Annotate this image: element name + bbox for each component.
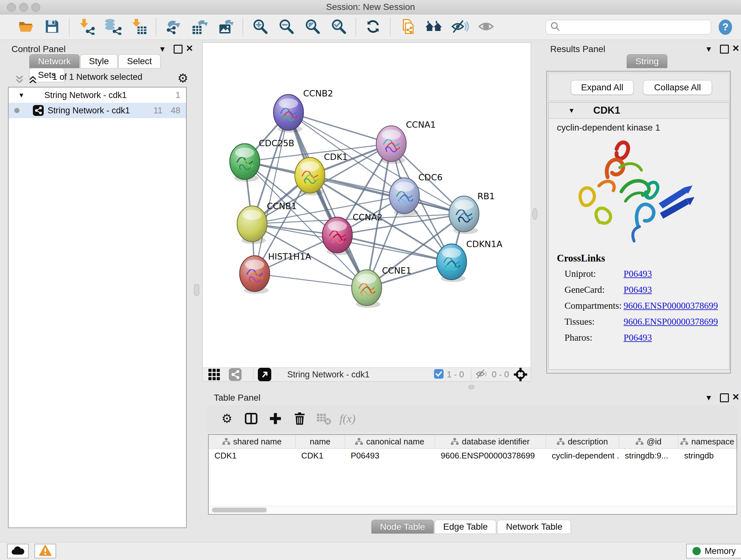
create-column-button[interactable]: [267, 410, 284, 428]
results-panel-menu-caret[interactable]: ▼: [705, 45, 713, 53]
open-session-button[interactable]: [17, 18, 34, 36]
network-node-RB1[interactable]: RB1: [449, 191, 495, 234]
results-panel-float-button[interactable]: [720, 45, 729, 55]
column-header-namespace[interactable]: namespace: [678, 435, 737, 448]
crosslink-label: Uniprot:: [564, 268, 623, 279]
control-panel-menu-caret[interactable]: ▼: [158, 45, 166, 53]
network-graph[interactable]: CCNB2CCNA1CDC25BCDK1CDC6RB1CCNB1CCNA2CDK…: [203, 43, 531, 368]
database-icon: [104, 18, 122, 36]
import-network-from-database-button[interactable]: [105, 18, 121, 36]
column-header-description[interactable]: description: [546, 435, 619, 448]
memory-button[interactable]: Memory: [686, 544, 741, 558]
table-cell[interactable]: stringdb: [678, 449, 737, 462]
show-hidden-button[interactable]: [478, 18, 494, 36]
crosslink-row: Pharos:P06493: [557, 332, 723, 343]
scrollbar-thumb[interactable]: [212, 508, 267, 512]
show-columns-button[interactable]: [243, 410, 260, 428]
network-node-HIST1H1A[interactable]: HIST1H1A: [240, 252, 312, 294]
table-cell[interactable]: cyclin-dependent ...: [546, 449, 619, 462]
crosslink-row: Compartments:9606.ENSP00000378699: [557, 300, 723, 311]
application-window: Session: New Session: [0, 0, 741, 560]
delete-column-button[interactable]: [291, 410, 308, 428]
network-canvas[interactable]: CCNB2CCNA1CDC25BCDK1CDC6RB1CCNB1CCNA2CDK…: [202, 43, 531, 368]
delete-table-button[interactable]: [315, 410, 333, 428]
tab-network-table[interactable]: Network Table: [497, 520, 571, 534]
table-panel-menu-caret[interactable]: ▼: [705, 394, 713, 401]
table-cell[interactable]: 9606.ENSP00000378699: [435, 449, 546, 462]
network-collection-row[interactable]: ▼ String Network - cdk1 1: [9, 87, 186, 103]
zoom-in-button[interactable]: [252, 18, 268, 36]
export-table-button[interactable]: [191, 18, 208, 36]
column-header-name[interactable]: name: [295, 435, 345, 448]
table-options-gear-icon[interactable]: ⚙: [218, 410, 235, 428]
results-panel-close-button[interactable]: ✕: [732, 45, 739, 52]
left-splitter-handle[interactable]: [194, 284, 199, 296]
crosslink-value-link[interactable]: 9606.ENSP00000378699: [623, 300, 718, 311]
tab-edge-table[interactable]: Edge Table: [434, 520, 496, 534]
control-panel-close-button[interactable]: ✕: [186, 45, 193, 52]
cloud-status-button[interactable]: [7, 544, 29, 558]
control-panel-float-button[interactable]: [174, 45, 183, 55]
hide-selected-button[interactable]: [452, 18, 468, 36]
table-panel-close-button[interactable]: ✕: [732, 393, 739, 401]
network-edge[interactable]: [255, 273, 367, 288]
detach-view-button[interactable]: [257, 366, 272, 383]
tab-network[interactable]: Network: [29, 54, 79, 68]
zoom-fit-button[interactable]: [304, 18, 321, 36]
gene-expander-icon[interactable]: ▼: [568, 103, 575, 118]
column-header-database-identifier[interactable]: database identifier: [435, 435, 546, 448]
tab-node-table[interactable]: Node Table: [372, 520, 434, 534]
table-splitter-handle[interactable]: [468, 385, 474, 389]
tab-style[interactable]: Style: [80, 54, 118, 68]
column-header-shared-name[interactable]: shared name: [209, 435, 295, 448]
network-options-gear-icon[interactable]: ⚙: [178, 72, 188, 84]
tab-select[interactable]: Select: [118, 54, 160, 68]
network-node-CDC6[interactable]: CDC6: [389, 172, 443, 216]
network-edge[interactable]: [288, 112, 391, 144]
crosslink-value-link[interactable]: P06493: [623, 332, 652, 343]
network-node-CCNE1[interactable]: CCNE1: [352, 266, 411, 308]
table-horizontal-scrollbar[interactable]: [209, 506, 737, 514]
import-table-file-button[interactable]: [131, 18, 147, 36]
export-image-button[interactable]: [217, 18, 234, 36]
crosslink-value-link[interactable]: P06493: [623, 285, 652, 295]
gene-header[interactable]: ▼ CDK1: [549, 103, 729, 119]
refresh-view-button[interactable]: [365, 18, 381, 36]
save-session-button[interactable]: [44, 18, 60, 36]
first-neighbors-button[interactable]: [425, 18, 442, 36]
right-splitter-handle[interactable]: [532, 208, 537, 220]
search-input[interactable]: [561, 22, 707, 32]
network-edge[interactable]: [337, 235, 452, 262]
help-button[interactable]: ?: [718, 19, 733, 35]
network-birds-eye-toggle[interactable]: [228, 366, 242, 383]
collection-expander-icon[interactable]: ▼: [18, 87, 24, 103]
export-network-button[interactable]: [165, 18, 182, 36]
birds-eye-crosshair-button[interactable]: [512, 366, 529, 383]
annotation-document-button[interactable]: [399, 18, 416, 36]
function-builder-button[interactable]: f(x): [340, 412, 355, 425]
warnings-button[interactable]: [35, 544, 56, 558]
selected-checkbox-icon[interactable]: [434, 369, 444, 380]
grid-view-button[interactable]: [207, 366, 221, 383]
table-cell[interactable]: stringdb:9...: [619, 449, 678, 462]
network-node-CDKN1A[interactable]: CDKN1A: [436, 239, 502, 282]
refresh-icon: [365, 18, 381, 36]
crosslink-value-link[interactable]: 9606.ENSP00000378699: [623, 316, 718, 327]
zoom-selected-button[interactable]: [330, 18, 347, 36]
table-panel-float-button[interactable]: [720, 393, 729, 403]
column-header-@id[interactable]: @id: [619, 435, 678, 448]
cloud-icon: [11, 546, 24, 557]
zoom-out-button[interactable]: [278, 18, 294, 36]
network-row[interactable]: String Network - cdk1 11 48: [9, 103, 186, 118]
tab-string[interactable]: String: [627, 54, 667, 68]
collapse-all-button[interactable]: Collapse All: [643, 80, 712, 95]
expand-all-button[interactable]: Expand All: [571, 80, 633, 95]
network-node-CCNB2[interactable]: CCNB2: [273, 88, 333, 132]
table-cell[interactable]: P06493: [345, 449, 435, 462]
table-cell[interactable]: CDK1: [295, 449, 345, 462]
import-network-file-button[interactable]: [78, 18, 95, 36]
table-row[interactable]: CDK1CDK1P064939606.ENSP00000378699cyclin…: [209, 449, 737, 462]
crosslink-value-link[interactable]: P06493: [623, 268, 652, 279]
table-cell[interactable]: CDK1: [209, 449, 295, 462]
column-header-canonical-name[interactable]: canonical name: [345, 435, 435, 448]
